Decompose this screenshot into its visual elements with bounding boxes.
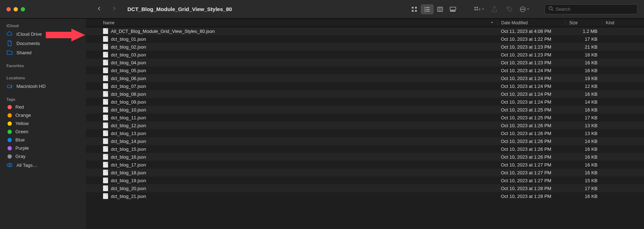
- file-row[interactable]: dct_blog_16.jsonOct 10, 2023 at 1:26 PM1…: [86, 153, 644, 161]
- svg-line-27: [552, 9, 553, 11]
- minimize-button[interactable]: [14, 7, 18, 11]
- maximize-button[interactable]: [21, 7, 25, 11]
- file-row[interactable]: dct_blog_09.jsonOct 10, 2023 at 1:24 PM1…: [86, 98, 644, 106]
- svg-point-26: [549, 6, 552, 10]
- file-date: Oct 10, 2023 at 1:27 PM: [497, 162, 565, 168]
- file-row[interactable]: dct_blog_21.jsonOct 10, 2023 at 1:28 PM1…: [86, 192, 644, 200]
- gallery-view-button[interactable]: [447, 4, 459, 14]
- file-date: Oct 10, 2023 at 1:26 PM: [497, 139, 565, 144]
- back-button[interactable]: [96, 5, 102, 13]
- sync-icon[interactable]: [74, 31, 79, 37]
- file-size: 16 KB: [565, 146, 602, 152]
- file-size: 16 KB: [565, 170, 602, 175]
- file-row[interactable]: dct_blog_08.jsonOct 10, 2023 at 1:24 PM1…: [86, 90, 644, 98]
- sidebar-item-label: Macintosh HD: [16, 84, 46, 89]
- file-list[interactable]: All_DCT_Blog_Module_Grid_View_Styles_80.…: [86, 27, 644, 229]
- file-icon: [103, 138, 108, 144]
- column-header-size[interactable]: Size: [565, 20, 602, 25]
- file-row[interactable]: dct_blog_05.jsonOct 10, 2023 at 1:24 PM1…: [86, 66, 644, 74]
- file-size: 13 KB: [565, 131, 602, 136]
- file-row[interactable]: dct_blog_04.jsonOct 10, 2023 at 1:23 PM1…: [86, 59, 644, 66]
- file-row[interactable]: dct_blog_02.jsonOct 10, 2023 at 1:23 PM2…: [86, 43, 644, 51]
- file-date: Oct 10, 2023 at 1:25 PM: [497, 107, 565, 113]
- svg-rect-20: [477, 9, 478, 10]
- sidebar-item-green[interactable]: Green: [0, 128, 86, 136]
- file-row[interactable]: dct_blog_12.jsonOct 10, 2023 at 1:26 PM1…: [86, 121, 644, 129]
- svg-rect-0: [412, 7, 414, 9]
- column-view-button[interactable]: [434, 4, 447, 14]
- file-date: Oct 10, 2023 at 1:24 PM: [497, 84, 565, 89]
- file-size: 16 KB: [565, 154, 602, 160]
- sidebar-item-yellow[interactable]: Yellow: [0, 119, 86, 128]
- svg-rect-5: [426, 7, 430, 8]
- action-menu-button[interactable]: [519, 4, 530, 14]
- file-row[interactable]: dct_blog_03.jsonOct 10, 2023 at 1:23 PM1…: [86, 51, 644, 59]
- file-row[interactable]: dct_blog_20.jsonOct 10, 2023 at 1:28 PM1…: [86, 184, 644, 192]
- svg-rect-3: [415, 10, 417, 12]
- sidebar-item-icloud-drive[interactable]: iCloud Drive: [0, 29, 86, 39]
- svg-point-6: [425, 9, 426, 10]
- file-date: Oct 10, 2023 at 1:26 PM: [497, 131, 565, 136]
- sidebar-item-shared[interactable]: Shared: [0, 48, 86, 57]
- file-row[interactable]: dct_blog_18.jsonOct 10, 2023 at 1:27 PM1…: [86, 169, 644, 176]
- tag-dot-icon: [8, 113, 12, 118]
- column-header-kind[interactable]: Kind: [602, 20, 644, 25]
- svg-point-8: [425, 10, 426, 11]
- file-date: Oct 10, 2023 at 1:24 PM: [497, 99, 565, 105]
- sidebar-item-all-tags-[interactable]: All Tags…: [0, 160, 86, 170]
- sidebar-item-red[interactable]: Red: [0, 103, 86, 111]
- file-row[interactable]: All_DCT_Blog_Module_Grid_View_Styles_80.…: [86, 27, 644, 35]
- icon-view-button[interactable]: [408, 4, 421, 14]
- search-box[interactable]: [545, 4, 638, 14]
- svg-rect-14: [450, 11, 452, 11]
- sidebar-item-macintosh-hd[interactable]: Macintosh HD: [0, 81, 86, 91]
- file-row[interactable]: dct_blog_06.jsonOct 10, 2023 at 1:24 PM1…: [86, 74, 644, 82]
- file-row[interactable]: dct_blog_13.jsonOct 10, 2023 at 1:26 PM1…: [86, 129, 644, 137]
- file-size: 17 KB: [565, 36, 602, 42]
- column-header-name[interactable]: Name: [86, 20, 497, 25]
- sidebar-item-label: Yellow: [15, 121, 29, 126]
- sidebar-item-purple[interactable]: Purple: [0, 144, 86, 152]
- close-button[interactable]: [6, 7, 11, 11]
- file-size: 16 KB: [565, 91, 602, 97]
- file-row[interactable]: dct_blog_14.jsonOct 10, 2023 at 1:26 PM1…: [86, 137, 644, 145]
- file-date: Oct 10, 2023 at 1:27 PM: [497, 178, 565, 183]
- file-date: Oct 10, 2023 at 1:28 PM: [497, 194, 565, 199]
- file-name: dct_blog_05.json: [111, 68, 146, 73]
- file-row[interactable]: dct_blog_17.jsonOct 10, 2023 at 1:27 PM1…: [86, 161, 644, 169]
- file-size: 17 KB: [565, 186, 602, 191]
- list-view-button[interactable]: [421, 4, 434, 14]
- forward-button[interactable]: [111, 5, 117, 13]
- svg-rect-16: [454, 11, 455, 11]
- file-icon: [103, 185, 108, 191]
- group-button[interactable]: [474, 4, 485, 14]
- svg-point-21: [508, 8, 509, 8]
- file-name: dct_blog_18.json: [111, 170, 146, 175]
- file-icon: [103, 91, 108, 97]
- sidebar-item-orange[interactable]: Orange: [0, 111, 86, 119]
- sidebar-item-label: Purple: [15, 145, 29, 151]
- svg-rect-9: [426, 11, 430, 11]
- file-date: Oct 10, 2023 at 1:24 PM: [497, 91, 565, 97]
- sidebar-item-label: Orange: [15, 113, 31, 118]
- file-size: 12 KB: [565, 84, 602, 89]
- column-header-date[interactable]: Date Modified: [497, 20, 565, 25]
- svg-rect-10: [438, 7, 443, 11]
- file-row[interactable]: dct_blog_11.jsonOct 10, 2023 at 1:25 PM1…: [86, 114, 644, 121]
- file-row[interactable]: dct_blog_10.jsonOct 10, 2023 at 1:25 PM1…: [86, 106, 644, 114]
- sidebar-item-blue[interactable]: Blue: [0, 136, 86, 144]
- file-row[interactable]: dct_blog_07.jsonOct 10, 2023 at 1:24 PM1…: [86, 82, 644, 90]
- sidebar-item-gray[interactable]: Gray: [0, 152, 86, 160]
- search-input[interactable]: [556, 6, 634, 12]
- file-row[interactable]: dct_blog_15.jsonOct 10, 2023 at 1:26 PM1…: [86, 145, 644, 153]
- tag-button[interactable]: [504, 4, 515, 14]
- file-row[interactable]: dct_blog_19.jsonOct 10, 2023 at 1:27 PM1…: [86, 176, 644, 184]
- file-date: Oct 10, 2023 at 1:25 PM: [497, 115, 565, 120]
- svg-point-4: [425, 7, 426, 8]
- file-icon: [103, 99, 108, 105]
- file-size: 21 KB: [565, 44, 602, 50]
- share-button[interactable]: [489, 4, 500, 14]
- file-row[interactable]: dct_blog_01.jsonOct 10, 2023 at 1:22 PM1…: [86, 35, 644, 43]
- sidebar-item-documents[interactable]: Documents: [0, 39, 86, 48]
- file-size: 16 KB: [565, 107, 602, 113]
